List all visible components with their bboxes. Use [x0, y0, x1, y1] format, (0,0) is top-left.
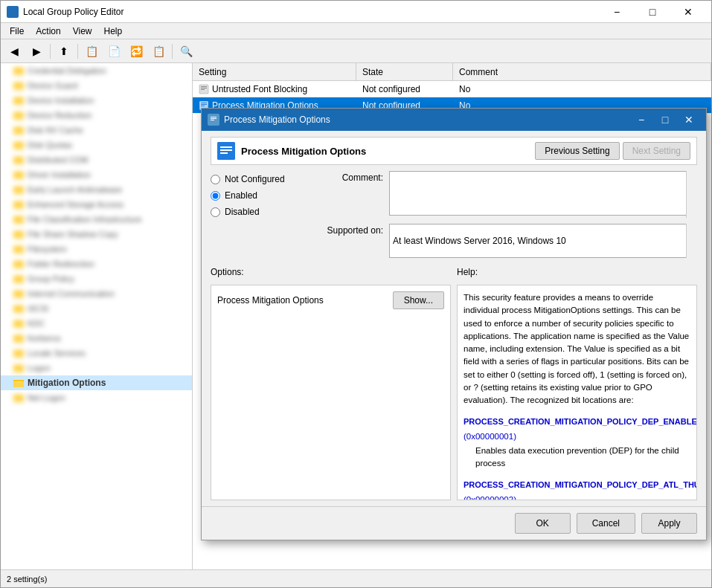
svg-rect-56 [211, 117, 217, 117]
sidebar-item-logon[interactable]: Logon [1, 361, 192, 375]
toolbar-separator-1 [50, 44, 51, 59]
svg-rect-53 [201, 104, 207, 105]
sidebar-item-mitigation-options[interactable]: Mitigation Options [1, 375, 192, 390]
dialog-title-bar: Process Mitigation Options − □ ✕ [202, 109, 706, 131]
folder-icon [13, 198, 25, 210]
dialog-app-icon [208, 114, 219, 126]
options-help-label-row: Options: Help: [211, 264, 697, 279]
sidebar-item-group-policy[interactable]: Group Policy [1, 271, 192, 286]
dialog-maximize-button[interactable]: □ [654, 111, 676, 129]
menu-view[interactable]: View [67, 25, 98, 38]
sidebar-item-folder-redirection[interactable]: Folder Redirection [1, 256, 192, 271]
cancel-button[interactable]: Cancel [577, 513, 635, 534]
folder-icon [13, 243, 25, 255]
sidebar-item-credential-delegation[interactable]: Credential Delegation [1, 63, 192, 78]
sidebar-item-net-logon[interactable]: Net Logon [1, 390, 192, 405]
minimize-button[interactable]: − [600, 1, 634, 23]
radio-not-configured[interactable]: Not Configured [211, 174, 315, 184]
radio-disabled[interactable]: Disabled [211, 207, 315, 217]
cell-state-1: Not configured [356, 84, 453, 94]
sidebar-item-filesystem[interactable]: Filesystem [1, 242, 192, 256]
help-text-2: Enables data execution prevention (DEP) … [475, 445, 690, 471]
radio-enabled-input[interactable] [211, 191, 220, 201]
sidebar-item-file-classification[interactable]: File Classification Infrastructure [1, 212, 192, 227]
sidebar-item-internet-communication[interactable]: Internet Communication [1, 286, 192, 301]
close-button[interactable]: ✕ [671, 1, 705, 23]
help-hex-1: (0x00000001) [464, 432, 516, 441]
folder-icon [13, 65, 25, 77]
nav-buttons: Previous Setting Next Setting [535, 142, 690, 160]
folder-icon [13, 332, 25, 344]
status-bar: 2 setting(s) [1, 569, 711, 587]
sidebar-item-disk-nv-cache[interactable]: Disk NV Cache [1, 123, 192, 138]
column-state[interactable]: State [356, 63, 453, 80]
svg-rect-35 [13, 322, 24, 328]
radio-enabled[interactable]: Enabled [211, 190, 315, 201]
refresh-button[interactable]: 🔁 [126, 42, 147, 61]
dialog-minimize-button[interactable]: − [630, 111, 652, 129]
maximize-button[interactable]: □ [635, 1, 670, 23]
radio-group: Not Configured Enabled Disabled [211, 171, 315, 258]
next-setting-button[interactable]: Next Setting [623, 142, 690, 160]
radio-fields-row: Not Configured Enabled Disabled Comment: [211, 171, 697, 258]
sidebar-item-device-installation[interactable]: Device Installation [1, 93, 192, 108]
radio-disabled-input[interactable] [211, 207, 220, 217]
sidebar-item-device-guard[interactable]: Device Guard [1, 78, 192, 93]
sidebar-item-early-launch[interactable]: Early Launch Antimalware [1, 182, 192, 197]
sidebar-item-driver-installation[interactable]: Driver Installation [1, 167, 192, 182]
help-code-2: PROCESS_CREATION_MITIGATION_POLICY_DEP_A… [464, 480, 697, 489]
comment-textarea[interactable] [389, 171, 697, 216]
svg-rect-31 [13, 292, 24, 298]
sidebar-item-kerberos[interactable]: Kerberos [1, 331, 192, 346]
svg-rect-60 [220, 146, 232, 148]
sidebar-item-locale-services[interactable]: Locale Services [1, 346, 192, 361]
dialog-process-mitigation: Process Mitigation Options − □ ✕ Process… [201, 108, 707, 540]
svg-rect-13 [13, 158, 24, 164]
sidebar-item-enhanced-storage[interactable]: Enhanced Storage Access [1, 197, 192, 212]
folder-icon [13, 288, 25, 300]
back-button[interactable]: ◀ [4, 42, 25, 61]
setting-header-icon [217, 142, 235, 160]
sidebar: Credential Delegation Device Guard Devic… [1, 63, 193, 569]
up-button[interactable]: ⬆ [54, 42, 74, 61]
status-text: 2 setting(s) [7, 575, 47, 584]
svg-rect-54 [201, 106, 205, 106]
table-row[interactable]: Untrusted Font Blocking Not configured N… [193, 81, 711, 97]
supported-scrollbar[interactable] [686, 224, 697, 258]
apply-button[interactable]: Apply [641, 513, 697, 534]
dialog-content: Process Mitigation Options Previous Sett… [202, 131, 706, 506]
menu-help[interactable]: Help [98, 25, 129, 38]
svg-rect-39 [13, 352, 24, 358]
dialog-close-button[interactable]: ✕ [678, 111, 700, 129]
previous-setting-button[interactable]: Previous Setting [535, 142, 619, 160]
folder-icon [13, 154, 25, 166]
title-bar: Local Group Policy Editor − □ ✕ [1, 1, 711, 23]
sidebar-item-iscsi[interactable]: iSCSI [1, 301, 192, 316]
forward-button[interactable]: ▶ [26, 42, 47, 61]
filter-button[interactable]: 🔍 [176, 42, 196, 61]
svg-rect-58 [211, 120, 214, 120]
menu-file[interactable]: File [4, 25, 30, 38]
column-setting[interactable]: Setting [193, 63, 356, 80]
show-hide-button[interactable]: 📋 [81, 42, 102, 61]
export-button[interactable]: 📋 [148, 42, 169, 61]
properties-button[interactable]: 📄 [103, 42, 124, 61]
sidebar-item-file-share[interactable]: File Share Shadow Copy [1, 227, 192, 242]
table-header: Setting State Comment [193, 63, 711, 81]
show-button[interactable]: Show... [393, 291, 444, 309]
comment-scrollbar[interactable] [686, 171, 697, 218]
svg-rect-49 [201, 88, 207, 88]
svg-rect-25 [13, 248, 24, 253]
sidebar-item-kdc[interactable]: KDC [1, 316, 192, 331]
svg-rect-48 [201, 86, 207, 87]
sidebar-item-distributed-com[interactable]: Distributed COM [1, 152, 192, 167]
sidebar-item-disk-quotas[interactable]: Disk Quotas [1, 138, 192, 152]
ok-button[interactable]: OK [515, 513, 571, 534]
comment-field-row: Comment: [324, 171, 697, 218]
folder-icon [13, 80, 25, 91]
help-code-1: PROCESS_CREATION_MITIGATION_POLICY_DEP_E… [464, 417, 697, 426]
radio-not-configured-input[interactable] [211, 175, 220, 184]
column-comment[interactable]: Comment [453, 63, 711, 80]
sidebar-item-device-reduction[interactable]: Device Reduction [1, 108, 192, 123]
menu-action[interactable]: Action [30, 25, 66, 38]
